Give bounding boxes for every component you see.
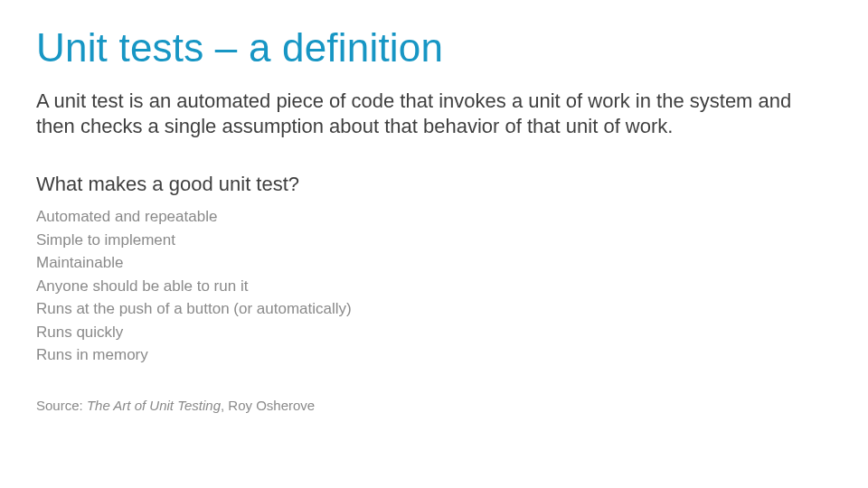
- list-item: Runs in memory: [36, 343, 832, 367]
- source-book-title: The Art of Unit Testing: [87, 398, 221, 413]
- list-item: Automated and repeatable: [36, 205, 832, 229]
- definition-paragraph: A unit test is an automated piece of cod…: [36, 89, 832, 138]
- list-item: Maintainable: [36, 251, 832, 275]
- list-item: Anyone should be able to run it: [36, 275, 832, 298]
- list-item: Runs quickly: [36, 321, 832, 344]
- bullet-list: Automated and repeatable Simple to imple…: [36, 205, 832, 367]
- slide: Unit tests – a definition A unit test is…: [0, 0, 868, 488]
- list-item: Runs at the push of a button (or automat…: [36, 297, 832, 321]
- subheading: What makes a good unit test?: [36, 173, 832, 196]
- source-citation: Source: The Art of Unit Testing, Roy Osh…: [36, 398, 832, 413]
- slide-title: Unit tests – a definition: [36, 25, 832, 70]
- source-prefix: Source:: [36, 398, 87, 413]
- list-item: Simple to implement: [36, 229, 832, 252]
- source-author: , Roy Osherove: [221, 398, 315, 413]
